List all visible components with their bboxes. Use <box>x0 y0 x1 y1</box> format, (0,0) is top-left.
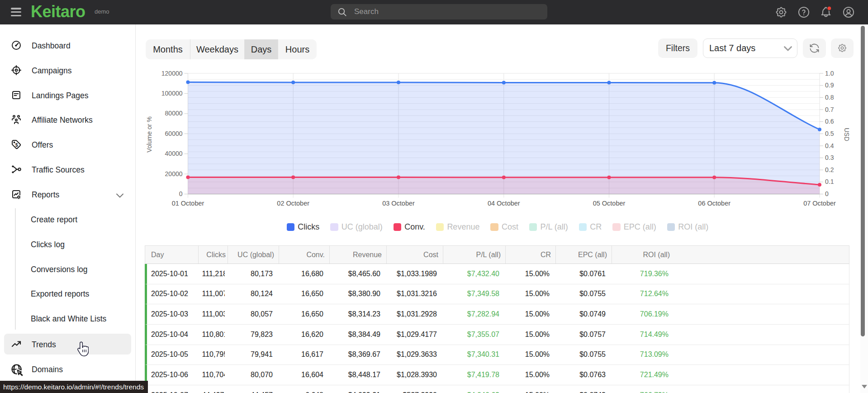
svg-text:Volume or %: Volume or % <box>146 116 153 152</box>
svg-text:02 October: 02 October <box>277 200 309 207</box>
svg-text:0.4: 0.4 <box>825 142 834 149</box>
svg-text:0: 0 <box>825 190 829 197</box>
svg-text:0: 0 <box>179 190 183 197</box>
svg-text:0.2: 0.2 <box>825 166 834 173</box>
svg-text:80000: 80000 <box>165 110 183 117</box>
svg-text:0.8: 0.8 <box>825 94 834 101</box>
svg-text:100000: 100000 <box>161 90 183 97</box>
svg-text:0.6: 0.6 <box>825 118 834 125</box>
svg-text:0.3: 0.3 <box>825 154 834 161</box>
svg-text:01 October: 01 October <box>172 200 204 207</box>
svg-text:60000: 60000 <box>165 130 183 137</box>
svg-text:05 October: 05 October <box>593 200 626 207</box>
svg-text:20000: 20000 <box>165 170 183 177</box>
svg-text:1.0: 1.0 <box>825 70 834 77</box>
svg-text:0.7: 0.7 <box>825 106 834 113</box>
svg-text:40000: 40000 <box>165 150 183 157</box>
svg-text:06 October: 06 October <box>698 200 730 207</box>
svg-text:$: $ <box>15 142 18 148</box>
svg-text:04 October: 04 October <box>488 200 520 207</box>
svg-text:USD: USD <box>843 128 850 141</box>
svg-text:0.1: 0.1 <box>825 178 834 185</box>
svg-text:0.5: 0.5 <box>825 130 834 137</box>
svg-text:120000: 120000 <box>161 70 183 77</box>
svg-text:03 October: 03 October <box>382 200 415 207</box>
svg-text:07 October: 07 October <box>803 200 836 207</box>
svg-text:0.9: 0.9 <box>825 81 834 89</box>
